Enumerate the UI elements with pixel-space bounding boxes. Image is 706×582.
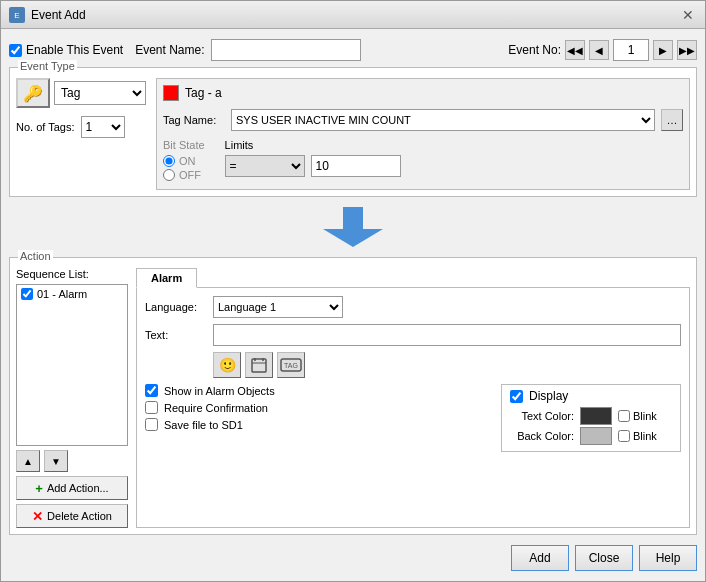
require-confirm-label[interactable]: Require Confirmation: [145, 401, 477, 414]
alarm-content: Language: Language 1 Language 2 Text:: [136, 288, 690, 528]
tag-name-label: Tag Name:: [163, 114, 225, 126]
text-color-row: Text Color: Blink: [510, 407, 672, 425]
svg-text:TAG: TAG: [284, 362, 298, 369]
back-color-row: Back Color: Blink: [510, 427, 672, 445]
app-icon: E: [9, 7, 25, 23]
delete-action-label: Delete Action: [47, 510, 112, 522]
nav-prev-button[interactable]: ◀: [589, 40, 609, 60]
tag-name-row: Tag Name: SYS USER INACTIVE MIN COUNT …: [163, 109, 683, 131]
nav-last-button[interactable]: ▶▶: [677, 40, 697, 60]
show-in-alarm-text: Show in Alarm Objects: [164, 385, 275, 397]
tag-insert-button[interactable]: TAG: [277, 352, 305, 378]
enable-event-checkbox-label[interactable]: Enable This Event: [9, 43, 123, 57]
tag-panel: Tag - a Tag Name: SYS USER INACTIVE MIN …: [156, 78, 690, 190]
event-type-section: Event Type 🔑 Tag No. of Tags: 1 2: [9, 67, 697, 197]
back-color-label: Back Color:: [510, 430, 574, 442]
close-button[interactable]: ✕: [679, 6, 697, 24]
seq-nav: ▲ ▼: [16, 450, 128, 472]
left-options: Show in Alarm Objects Require Confirmati…: [145, 384, 477, 452]
on-radio[interactable]: [163, 155, 175, 167]
event-no-input[interactable]: [613, 39, 649, 61]
add-action-label: Add Action...: [47, 482, 109, 494]
delete-action-button[interactable]: ✕ Delete Action: [16, 504, 128, 528]
options-row: Show in Alarm Objects Require Confirmati…: [145, 384, 681, 452]
titlebar: E Event Add ✕: [1, 1, 705, 29]
no-of-tags-label: No. of Tags:: [16, 121, 75, 133]
sequence-item-checkbox[interactable]: [21, 288, 33, 300]
tab-strip: Alarm: [136, 268, 690, 288]
bottom-buttons: Add Close Help: [9, 539, 697, 573]
right-options: Display Text Color: Blink: [501, 384, 681, 452]
main-content: Enable This Event Event Name: INACTIVITY…: [1, 29, 705, 581]
emoji-button[interactable]: 🙂: [213, 352, 241, 378]
add-action-button[interactable]: + Add Action...: [16, 476, 128, 500]
on-radio-row: ON: [163, 155, 205, 167]
calendar-button[interactable]: [245, 352, 273, 378]
text-row: Text:: [145, 324, 681, 346]
svg-rect-3: [252, 359, 266, 372]
require-confirm-checkbox[interactable]: [145, 401, 158, 414]
save-file-text: Save file to SD1: [164, 419, 243, 431]
off-label: OFF: [179, 169, 201, 181]
language-select[interactable]: Language 1 Language 2: [213, 296, 343, 318]
alarm-text-input[interactable]: [213, 324, 681, 346]
text-blink-checkbox[interactable]: [618, 410, 630, 422]
down-arrow-icon: [323, 207, 383, 247]
arrow-row: [9, 201, 697, 253]
tag-icon-button[interactable]: 🔑: [16, 78, 50, 108]
limits-value-input[interactable]: [311, 155, 401, 177]
titlebar-left: E Event Add: [9, 7, 86, 23]
svg-marker-2: [323, 207, 383, 247]
seq-down-button[interactable]: ▼: [44, 450, 68, 472]
limits-group: Limits = > < >= <= !=: [225, 139, 401, 183]
save-file-checkbox[interactable]: [145, 418, 158, 431]
event-name-input[interactable]: INACTIVITY: [211, 39, 361, 61]
event-add-window: E Event Add ✕ Enable This Event Event Na…: [0, 0, 706, 582]
tag-name-select[interactable]: SYS USER INACTIVE MIN COUNT: [231, 109, 655, 131]
svg-text:E: E: [14, 11, 19, 20]
tag-details-row: Bit State ON OFF Limits: [163, 139, 683, 183]
browse-button[interactable]: …: [661, 109, 683, 131]
event-type-content: 🔑 Tag No. of Tags: 1 2 3: [16, 78, 690, 190]
show-in-alarm-checkbox[interactable]: [145, 384, 158, 397]
event-type-section-label: Event Type: [18, 60, 77, 72]
off-radio[interactable]: [163, 169, 175, 181]
type-select[interactable]: Tag: [54, 81, 146, 105]
window-title: Event Add: [31, 8, 86, 22]
top-row: Enable This Event Event Name: INACTIVITY…: [9, 37, 697, 63]
tag-color-box: [163, 85, 179, 101]
bit-state-group: Bit State ON OFF: [163, 139, 205, 183]
language-row: Language: Language 1 Language 2: [145, 296, 681, 318]
sequence-list: 01 - Alarm: [16, 284, 128, 446]
help-button[interactable]: Help: [639, 545, 697, 571]
limits-operator-select[interactable]: = > < >= <= !=: [225, 155, 305, 177]
plus-icon: +: [35, 481, 43, 496]
display-checkbox[interactable]: [510, 390, 523, 403]
limits-label: Limits: [225, 139, 401, 151]
icon-row: 🙂 TAG: [145, 352, 681, 378]
limits-row: = > < >= <= !=: [225, 155, 401, 177]
back-color-button[interactable]: [580, 427, 612, 445]
nav-next-button[interactable]: ▶: [653, 40, 673, 60]
add-button[interactable]: Add: [511, 545, 569, 571]
on-label: ON: [179, 155, 196, 167]
sequence-item-label: 01 - Alarm: [37, 288, 87, 300]
save-file-label[interactable]: Save file to SD1: [145, 418, 477, 431]
text-label: Text:: [145, 329, 205, 341]
event-name-label: Event Name:: [135, 43, 204, 57]
off-radio-row: OFF: [163, 169, 205, 181]
list-item: 01 - Alarm: [19, 287, 125, 301]
sequence-panel: Sequence List: 01 - Alarm ▲ ▼ + Add Acti…: [16, 268, 128, 528]
nav-first-button[interactable]: ◀◀: [565, 40, 585, 60]
tab-alarm[interactable]: Alarm: [136, 268, 197, 288]
show-in-alarm-label[interactable]: Show in Alarm Objects: [145, 384, 477, 397]
tag-panel-label: Tag - a: [185, 86, 222, 100]
close-dialog-button[interactable]: Close: [575, 545, 633, 571]
back-blink-checkbox[interactable]: [618, 430, 630, 442]
text-color-button[interactable]: [580, 407, 612, 425]
enable-event-checkbox[interactable]: [9, 44, 22, 57]
alarm-panel: Alarm Language: Language 1 Language 2: [136, 268, 690, 528]
seq-up-button[interactable]: ▲: [16, 450, 40, 472]
x-icon: ✕: [32, 509, 43, 524]
no-of-tags-select[interactable]: 1 2 3: [81, 116, 125, 138]
